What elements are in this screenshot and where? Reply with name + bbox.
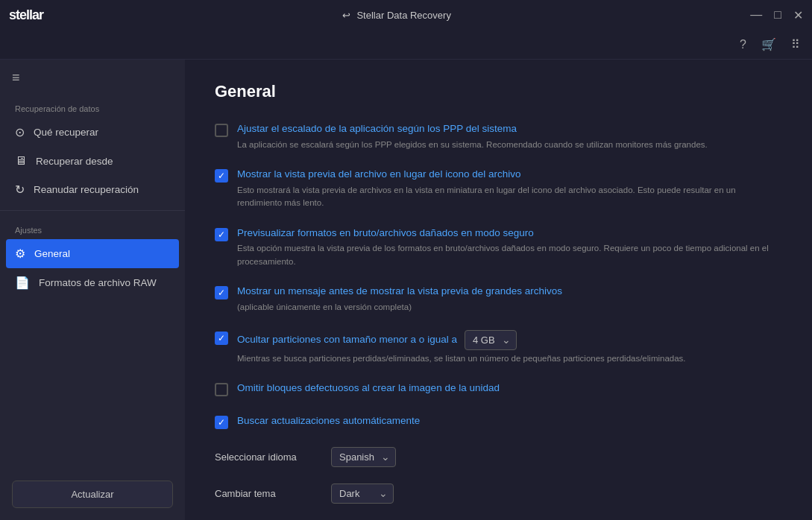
checkbox-mostrar-mensaje[interactable] <box>215 286 228 299</box>
language-dropdown-wrapper: English Spanish French German Italian <box>331 447 396 467</box>
sidebar-item-reanudar[interactable]: ↻ Reanudar recuperación <box>0 175 185 204</box>
que-recuperar-icon: ⊙ <box>15 125 25 139</box>
theme-label: Cambiar tema <box>215 488 319 499</box>
setting-buscar-actualizaciones: Buscar actualizaciones automáticamente <box>215 414 782 431</box>
theme-row: Cambiar tema Dark Light System <box>215 483 782 504</box>
setting-desc-ajustar-escalado: La aplicación se escalará según los PPP … <box>237 139 782 151</box>
language-dropdown[interactable]: English Spanish French German Italian <box>331 447 396 467</box>
minimize-button[interactable]: — <box>750 8 762 22</box>
checkbox-ocultar-particiones[interactable] <box>215 332 228 345</box>
general-icon: ⚙ <box>15 247 25 261</box>
back-icon: ↩ <box>342 10 350 21</box>
help-icon[interactable]: ? <box>740 38 746 51</box>
language-label: Seleccionar idioma <box>215 451 319 463</box>
checkbox-omitir-bloques[interactable] <box>215 383 228 396</box>
setting-previsualizar-formatos: Previsualizar formatos en bruto/archivos… <box>215 226 782 268</box>
recuperar-desde-icon: 🖥 <box>15 154 27 168</box>
sidebar-item-recuperar-desde[interactable]: 🖥 Recuperar desde <box>0 147 185 175</box>
content-area: General Ajustar el escalado de la aplica… <box>185 60 812 520</box>
setting-label-previsualizar-formatos: Previsualizar formatos en bruto/archivos… <box>237 226 782 241</box>
setting-ajustar-escalado: Ajustar el escalado de la aplicación seg… <box>215 122 782 151</box>
setting-label-buscar-actualizaciones: Buscar actualizaciones automáticamente <box>237 414 782 428</box>
sidebar-item-formatos-raw[interactable]: 📄 Formatos de archivo RAW <box>0 268 185 297</box>
sidebar-label-reanudar: Reanudar recuperación <box>34 184 139 195</box>
sidebar-bottom: Actualizar <box>0 469 185 520</box>
reanudar-icon: ↻ <box>15 183 25 197</box>
setting-mostrar-mensaje: Mostrar un mensaje antes de mostrar la v… <box>215 285 782 314</box>
sidebar-item-que-recuperar[interactable]: ⊙ Qué recuperar <box>0 118 185 147</box>
titlebar-center: ↩ Stellar Data Recovery <box>342 10 450 21</box>
sidebar-label-general: General <box>34 248 70 259</box>
theme-dropdown[interactable]: Dark Light System <box>331 483 394 504</box>
setting-text-mostrar-vista-previa: Mostrar la vista previa del archivo en l… <box>237 168 782 209</box>
setting-label-omitir-bloques: Omitir bloques defectuosos al crear la i… <box>237 381 782 396</box>
titlebar: stellar ↩ Stellar Data Recovery — □ ✕ <box>0 0 812 30</box>
top-toolbar: ? 🛒 ⠿ <box>0 30 812 60</box>
setting-text-ajustar-escalado: Ajustar el escalado de la aplicación seg… <box>237 122 782 151</box>
setting-desc-previsualizar-formatos: Esta opción muestra la vista previa de l… <box>237 242 782 268</box>
cart-icon[interactable]: 🛒 <box>761 37 776 51</box>
language-row: Seleccionar idioma English Spanish Frenc… <box>215 447 782 467</box>
setting-text-ocultar-particiones: Ocultar particiones con tamaño menor a o… <box>237 330 782 365</box>
setting-ocultar-particiones: Ocultar particiones con tamaño menor a o… <box>215 330 782 365</box>
app-logo: stellar <box>9 7 43 23</box>
sidebar-label-que-recuperar: Qué recuperar <box>34 127 98 138</box>
setting-label-mostrar-mensaje: Mostrar un mensaje antes de mostrar la v… <box>237 285 782 299</box>
sidebar-label-formatos-raw: Formatos de archivo RAW <box>39 277 157 288</box>
setting-label-ocultar-particiones: Ocultar particiones con tamaño menor a o… <box>237 333 457 347</box>
grid-icon[interactable]: ⠿ <box>791 37 800 51</box>
sidebar-label-recuperar-desde: Recuperar desde <box>36 156 113 167</box>
checkbox-ajustar-escalado[interactable] <box>215 124 228 137</box>
setting-omitir-bloques: Omitir bloques defectuosos al crear la i… <box>215 381 782 398</box>
partition-label-row: Ocultar particiones con tamaño menor a o… <box>237 330 782 350</box>
setting-text-previsualizar-formatos: Previsualizar formatos en bruto/archivos… <box>237 226 782 268</box>
theme-dropdown-wrapper: Dark Light System <box>331 483 394 504</box>
setting-text-buscar-actualizaciones: Buscar actualizaciones automáticamente <box>237 414 782 431</box>
setting-label-ajustar-escalado: Ajustar el escalado de la aplicación seg… <box>237 122 782 136</box>
partition-size-dropdown[interactable]: 1 GB 2 GB 4 GB 8 GB <box>465 330 517 350</box>
partition-size-dropdown-wrapper: 1 GB 2 GB 4 GB 8 GB <box>465 330 517 350</box>
checkbox-buscar-actualizaciones[interactable] <box>215 416 228 429</box>
setting-desc-mostrar-mensaje: (aplicable únicamente en la versión comp… <box>237 301 782 314</box>
titlebar-left: stellar <box>9 7 43 23</box>
maximize-button[interactable]: □ <box>774 8 781 22</box>
main-container: ≡ Recuperación de datos ⊙ Qué recuperar … <box>0 60 812 520</box>
setting-text-mostrar-mensaje: Mostrar un mensaje antes de mostrar la v… <box>237 285 782 314</box>
app-title: Stellar Data Recovery <box>356 10 450 21</box>
sidebar: ≡ Recuperación de datos ⊙ Qué recuperar … <box>0 60 185 520</box>
checkbox-mostrar-vista-previa[interactable] <box>215 169 228 183</box>
setting-mostrar-vista-previa: Mostrar la vista previa del archivo en l… <box>215 168 782 209</box>
setting-desc-ocultar-particiones: Mientras se busca particiones perdidas/e… <box>237 352 782 365</box>
update-button[interactable]: Actualizar <box>12 481 173 508</box>
sidebar-section-ajustes: Ajustes <box>0 217 185 239</box>
close-button[interactable]: ✕ <box>793 8 803 22</box>
setting-desc-mostrar-vista-previa: Esto mostrará la vista previa de archivo… <box>237 184 782 210</box>
hamburger-icon[interactable]: ≡ <box>12 70 20 86</box>
checkbox-previsualizar-formatos[interactable] <box>215 228 228 241</box>
titlebar-controls: — □ ✕ <box>750 8 803 22</box>
sidebar-header: ≡ <box>0 60 185 95</box>
formatos-raw-icon: 📄 <box>15 276 30 290</box>
page-title: General <box>215 82 782 101</box>
setting-label-mostrar-vista-previa: Mostrar la vista previa del archivo en l… <box>237 168 782 182</box>
sidebar-item-general[interactable]: ⚙ General <box>6 239 179 268</box>
setting-text-omitir-bloques: Omitir bloques defectuosos al crear la i… <box>237 381 782 398</box>
sidebar-section-recovery: Recuperación de datos <box>0 95 185 118</box>
sidebar-divider <box>0 210 185 211</box>
